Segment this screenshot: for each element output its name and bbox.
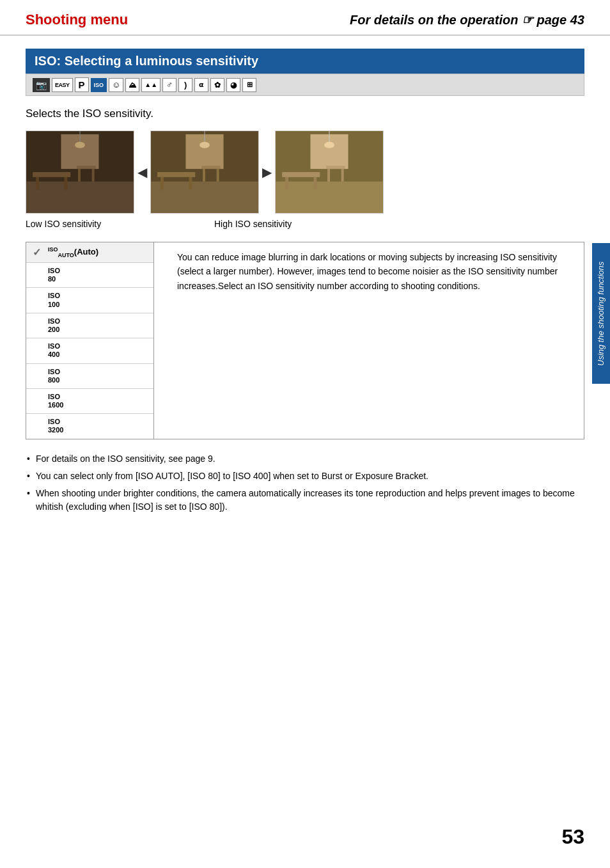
mode-bar: 📷 EASY P ISO ☺ ⛰ ▲▲ ♂ ) 𝝰 ✿ ◕ ⊞ (26, 74, 584, 96)
low-iso-image (26, 130, 134, 214)
selects-description: Selects the ISO sensitivity. (26, 107, 584, 120)
svg-rect-19 (201, 166, 221, 169)
smile-mode-icon[interactable]: ☺ (109, 78, 123, 92)
svg-rect-33 (341, 169, 344, 182)
page-header: Shooting menu For details on the operati… (0, 0, 610, 36)
svg-rect-16 (157, 172, 195, 177)
moon-mode-icon[interactable]: 𝝰 (194, 78, 208, 92)
svg-rect-1 (26, 178, 133, 213)
note-2: You can select only from [ISO AUTO], [IS… (26, 470, 584, 483)
svg-rect-9 (92, 169, 95, 182)
iso-100-option[interactable]: ISO100 (26, 288, 153, 313)
svg-rect-17 (160, 177, 164, 190)
iso-header-box: ISO: Selecting a luminous sensitivity (26, 49, 584, 74)
flower-mode-icon[interactable]: ✿ (210, 78, 224, 92)
svg-rect-28 (282, 172, 320, 177)
high-iso-image (275, 130, 384, 214)
svg-rect-30 (313, 177, 317, 190)
iso-1600-option[interactable]: ISO1600 (26, 389, 153, 414)
side-tab: Using the shooting functions (592, 243, 610, 384)
svg-rect-5 (36, 177, 39, 190)
iso-options-list: ✓ ISOAUTO(Auto) ISO80 ISO100 ISO200 (26, 242, 154, 439)
svg-point-11 (75, 142, 85, 148)
note-1: For details on the ISO sensitivity, see … (26, 452, 584, 466)
iso-800-option[interactable]: ISO800 (26, 364, 153, 389)
iso-200-option[interactable]: ISO200 (26, 313, 153, 338)
svg-rect-6 (64, 177, 67, 190)
svg-rect-7 (77, 166, 96, 169)
iso-80-option[interactable]: ISO80 (26, 263, 153, 288)
image-labels: Low ISO sensitivity High ISO sensitivity (26, 219, 584, 229)
arrow-right-icon: ▶ (259, 164, 275, 180)
circle-mode-icon[interactable]: ◕ (226, 78, 240, 92)
operation-ref: For details on the operation ☞ page 43 (350, 12, 584, 28)
mid-iso-image (150, 130, 259, 214)
person-mode-icon[interactable]: ♂ (162, 78, 176, 92)
iso-100-label: ISO100 (48, 292, 60, 308)
iso-auto-option[interactable]: ✓ ISOAUTO(Auto) (26, 242, 153, 263)
iso-title: ISO: Selecting a luminous sensitivity (35, 54, 258, 68)
svg-rect-4 (33, 172, 70, 177)
arrow-left-icon: ◀ (134, 164, 150, 180)
iso-800-label: ISO800 (48, 368, 60, 384)
page-number: 53 (561, 825, 584, 849)
svg-rect-20 (203, 169, 205, 182)
svg-rect-13 (151, 178, 258, 213)
svg-rect-21 (217, 169, 219, 182)
image-comparison: ◀ ▶ (26, 130, 584, 214)
grid-mode-icon[interactable]: ⊞ (242, 78, 256, 92)
shooting-menu-title: Shooting menu (26, 12, 128, 28)
iso-auto-label: ISOAUTO(Auto) (48, 246, 98, 258)
iso-main-description: You can reduce image blurring in dark lo… (167, 242, 584, 439)
main-content: ISO: Selecting a luminous sensitivity 📷 … (0, 36, 610, 530)
low-iso-label: Low ISO sensitivity (26, 219, 137, 229)
mountain-mode-icon[interactable]: ⛰ (125, 78, 139, 92)
iso-3200-label: ISO3200 (48, 418, 63, 434)
iso-1600-label: ISO1600 (48, 393, 63, 409)
checkmark-icon: ✓ (33, 246, 43, 258)
svg-rect-25 (276, 178, 382, 213)
iso-400-option[interactable]: ISO400 (26, 338, 153, 363)
svg-rect-31 (326, 166, 345, 169)
iso-description-text: You can reduce image blurring in dark lo… (177, 252, 558, 291)
p-mode-icon[interactable]: P (75, 77, 89, 92)
iso-mode-icon[interactable]: ISO (91, 78, 107, 92)
easy-mode-icon[interactable]: EASY (52, 78, 73, 92)
bracket-mode-icon[interactable]: ) (178, 78, 192, 92)
iso-400-label: ISO400 (48, 342, 60, 359)
notes-section: For details on the ISO sensitivity, see … (26, 452, 584, 514)
svg-point-23 (199, 142, 210, 148)
svg-rect-32 (327, 169, 330, 182)
svg-rect-18 (189, 177, 192, 190)
note-3: When shooting under brighter conditions,… (26, 487, 584, 514)
iso-3200-option[interactable]: ISO3200 (26, 414, 153, 438)
iso-options-section: ✓ ISOAUTO(Auto) ISO80 ISO100 ISO200 (26, 242, 584, 439)
operation-ref-text: For details on the operation ☞ page 43 (350, 13, 584, 27)
high-iso-label: High ISO sensitivity (214, 219, 292, 229)
iso-200-label: ISO200 (48, 317, 60, 334)
camera-mode-icon[interactable]: 📷 (33, 78, 50, 92)
svg-point-35 (324, 142, 334, 148)
iso-80-label: ISO80 (48, 267, 60, 283)
side-tab-text: Using the shooting functions (596, 261, 607, 365)
svg-rect-8 (78, 169, 81, 182)
landscape-mode-icon[interactable]: ▲▲ (141, 78, 160, 92)
svg-rect-29 (285, 177, 288, 190)
